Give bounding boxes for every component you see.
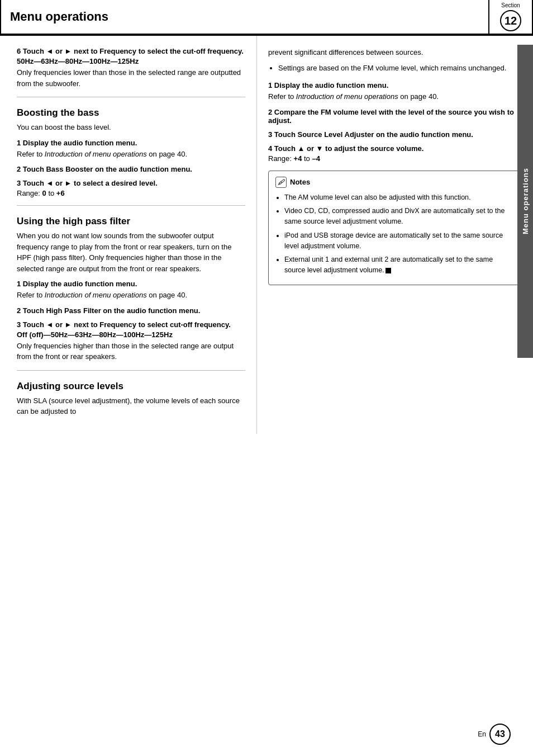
boosting-bass-title: Boosting the bass <box>17 107 245 119</box>
notes-header: 🖊 Notes <box>275 177 515 188</box>
hpf-step-3-freq: Off (off)—50Hz—63Hz—80Hz—100Hz—125Hz <box>17 330 245 339</box>
header-title-area: Menu operations <box>0 0 488 35</box>
section-label: Section <box>501 2 520 9</box>
note-item-3: iPod and USB storage device are automati… <box>284 230 515 252</box>
right-step-4: 4 Touch ▲ or ▼ to adjust the source volu… <box>268 144 522 163</box>
divider-1 <box>17 97 245 97</box>
footer-lang: En <box>478 730 486 738</box>
right-step-1-body: Refer to Introduction of menu operations… <box>268 91 522 102</box>
boosting-bass-intro: You can boost the bass level. <box>17 122 245 133</box>
boosting-step-2: 2 Touch Bass Booster on the audio functi… <box>17 165 245 173</box>
divider-2 <box>17 205 245 206</box>
notes-box: 🖊 Notes The AM volume level can also be … <box>268 171 522 285</box>
page-container: Menu operations Section 12 6 Touch ◄ or … <box>0 0 533 756</box>
sidebar-vertical: Menu operations <box>517 45 533 358</box>
right-step-1: 1 Display the audio function menu. Refer… <box>268 81 522 102</box>
notes-list: The AM volume level can also be adjusted… <box>275 192 515 276</box>
step-6-freq: 50Hz—63Hz—80Hz—100Hz—125Hz <box>17 57 245 65</box>
boosting-step-3-heading: 3 Touch ◄ or ► to select a desired level… <box>17 179 245 187</box>
boosting-step-3: 3 Touch ◄ or ► to select a desired level… <box>17 179 245 197</box>
boosting-step-2-heading: 2 Touch Bass Booster on the audio functi… <box>17 165 245 173</box>
right-step-2: 2 Compare the FM volume level with the l… <box>268 108 522 125</box>
divider-3 <box>17 370 245 371</box>
hpf-step-2-heading: 2 Touch High Pass Filter on the audio fu… <box>17 306 245 315</box>
sidebar-vertical-text: Menu operations <box>521 168 530 234</box>
page-footer: En 43 <box>478 724 511 745</box>
left-column: 6 Touch ◄ or ► next to Frequency to sele… <box>0 36 257 434</box>
step-6-heading: 6 Touch ◄ or ► next to Frequency to sele… <box>17 47 245 55</box>
boosting-step-3-range: Range: 0 to +6 <box>17 189 245 197</box>
main-content: 6 Touch ◄ or ► next to Frequency to sele… <box>0 36 533 434</box>
notes-icon: 🖊 <box>275 177 287 188</box>
note-item-1: The AM volume level can also be adjusted… <box>284 192 515 203</box>
high-pass-title: Using the high pass filter <box>17 216 245 227</box>
adjusting-source-intro: With SLA (source level adjustment), the … <box>17 395 245 417</box>
hpf-step-1-heading: 1 Display the audio function menu. <box>17 280 245 288</box>
hpf-step-3-body: Only frequencies higher than those in th… <box>17 341 245 362</box>
hpf-step-1: 1 Display the audio function menu. Refer… <box>17 280 245 301</box>
boosting-step-1-heading: 1 Display the audio function menu. <box>17 139 245 147</box>
note-item-2: Video CD, CD, compressed audio and DivX … <box>284 206 515 227</box>
high-pass-intro: When you do not want low sounds from the… <box>17 230 245 274</box>
hpf-step-3: 3 Touch ◄ or ► next to Frequency to sele… <box>17 320 245 362</box>
section-box: Section 12 <box>488 0 533 35</box>
notes-title: Notes <box>290 178 310 186</box>
right-bullet-1: Settings are based on the FM volume leve… <box>278 63 522 74</box>
section-number: 12 <box>500 10 521 31</box>
hpf-step-3-heading: 3 Touch ◄ or ► next to Frequency to sele… <box>17 320 245 329</box>
step-6: 6 Touch ◄ or ► next to Frequency to sele… <box>17 47 245 89</box>
right-column: prevent significant differences between … <box>257 36 533 434</box>
note-item-4: External unit 1 and external unit 2 are … <box>284 254 515 276</box>
right-step-1-heading: 1 Display the audio function menu. <box>268 81 522 89</box>
footer-page-number: 43 <box>489 724 511 745</box>
right-step-4-heading: 4 Touch ▲ or ▼ to adjust the source volu… <box>268 144 522 153</box>
right-step-2-heading: 2 Compare the FM volume level with the l… <box>268 108 522 125</box>
step-6-body: Only frequencies lower than those in the… <box>17 67 245 89</box>
boosting-step-1-body: Refer to Introduction of menu operations… <box>17 149 245 160</box>
right-step-4-range: Range: +4 to –4 <box>268 154 522 163</box>
hpf-step-1-body: Refer to Introduction of menu operations… <box>17 290 245 301</box>
adjusting-source-title: Adjusting source levels <box>17 381 245 392</box>
right-step-3: 3 Touch Source Level Adjuster on the aud… <box>268 130 522 139</box>
stop-symbol <box>386 268 391 273</box>
page-title: Menu operations <box>10 10 108 24</box>
header-bar: Menu operations Section 12 <box>0 0 533 36</box>
right-intro: prevent significant differences between … <box>268 47 522 58</box>
boosting-step-1: 1 Display the audio function menu. Refer… <box>17 139 245 160</box>
right-step-3-heading: 3 Touch Source Level Adjuster on the aud… <box>268 130 522 139</box>
hpf-step-2: 2 Touch High Pass Filter on the audio fu… <box>17 306 245 315</box>
